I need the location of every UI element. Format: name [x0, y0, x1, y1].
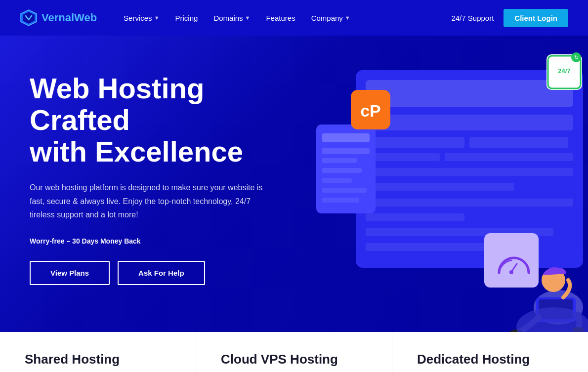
svg-rect-11	[366, 199, 573, 207]
dedicated-hosting-title: Dedicated Hosting	[417, 352, 563, 367]
svg-rect-8	[445, 153, 573, 161]
svg-rect-16	[322, 133, 370, 142]
support-link[interactable]: 24/7 Support	[451, 14, 494, 22]
svg-rect-22	[322, 198, 359, 203]
svg-rect-17	[322, 148, 370, 154]
svg-rect-14	[366, 243, 504, 251]
svg-rect-3	[366, 80, 573, 107]
dedicated-hosting-card[interactable]: Dedicated Hosting	[392, 332, 588, 372]
svg-rect-4	[366, 115, 573, 130]
nav-item-company[interactable]: Company ▼	[304, 10, 357, 26]
hero-section: Web Hosting Crafted with Excellence Our …	[0, 36, 588, 332]
view-plans-button[interactable]: View Plans	[30, 261, 110, 285]
svg-text:24/7: 24/7	[558, 67, 570, 75]
illustration-svg: cP 24/7 ↻	[311, 45, 588, 332]
bottom-cards: Shared Hosting Cloud VPS Hosting Dedicat…	[0, 332, 588, 372]
hero-content: Web Hosting Crafted with Excellence Our …	[30, 73, 296, 285]
logo-icon	[20, 9, 38, 27]
hero-guarantee: Worry-free – 30 Days Money Back	[30, 237, 296, 245]
navbar: VernalWeb Services ▼ Pricing Domains ▼ F…	[0, 0, 588, 36]
nav-item-features[interactable]: Features	[259, 10, 302, 26]
svg-rect-10	[366, 183, 514, 191]
hero-description: Our web hosting platform is designed to …	[30, 181, 267, 221]
ask-for-help-button[interactable]: Ask For Help	[118, 261, 205, 285]
svg-text:↻: ↻	[574, 54, 579, 60]
nav-item-pricing[interactable]: Pricing	[168, 10, 205, 26]
svg-rect-18	[322, 158, 357, 163]
svg-point-32	[509, 270, 513, 274]
svg-rect-9	[366, 168, 573, 176]
svg-text:cP: cP	[360, 101, 381, 120]
logo-text: VernalWeb	[42, 11, 97, 24]
client-login-button[interactable]: Client Login	[504, 9, 568, 27]
chevron-down-icon: ▼	[245, 15, 251, 21]
logo[interactable]: VernalWeb	[20, 9, 97, 27]
cloud-vps-title: Cloud VPS Hosting	[221, 352, 367, 367]
svg-rect-5	[366, 137, 464, 148]
svg-rect-21	[322, 188, 367, 193]
hero-buttons: View Plans Ask For Help	[30, 261, 296, 285]
svg-rect-20	[322, 178, 352, 183]
chevron-down-icon: ▼	[154, 15, 160, 21]
svg-rect-12	[366, 213, 464, 221]
nav-item-domains[interactable]: Domains ▼	[207, 10, 257, 26]
chevron-down-icon: ▼	[345, 15, 350, 21]
nav-item-services[interactable]: Services ▼	[117, 10, 166, 26]
svg-rect-6	[469, 137, 568, 148]
hero-title: Web Hosting Crafted with Excellence	[30, 73, 296, 167]
cloud-vps-hosting-card[interactable]: Cloud VPS Hosting	[196, 332, 392, 372]
hero-illustration: cP 24/7 ↻	[311, 45, 588, 332]
svg-rect-7	[366, 153, 440, 161]
svg-rect-19	[322, 168, 362, 173]
nav-right: 24/7 Support Client Login	[451, 9, 568, 27]
nav-links: Services ▼ Pricing Domains ▼ Features Co…	[117, 10, 451, 26]
shared-hosting-card[interactable]: Shared Hosting	[0, 332, 196, 372]
shared-hosting-title: Shared Hosting	[25, 352, 171, 367]
